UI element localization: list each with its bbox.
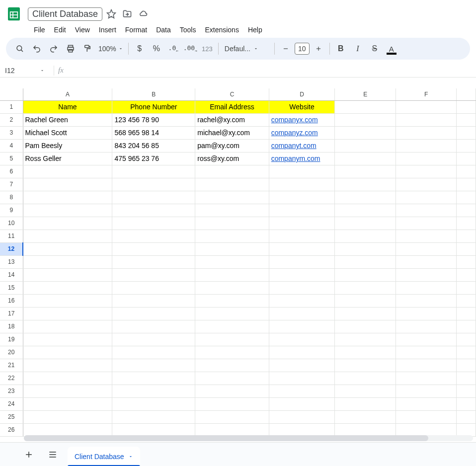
row-header[interactable]: 26 [0, 423, 23, 436]
row-header[interactable]: 13 [0, 255, 23, 268]
cell[interactable] [23, 320, 112, 333]
cell[interactable] [396, 385, 456, 397]
cell[interactable] [335, 126, 396, 139]
cell[interactable] [335, 191, 396, 204]
row-header[interactable]: 5 [0, 152, 23, 165]
cell[interactable] [195, 397, 269, 410]
cell[interactable] [396, 100, 456, 113]
percent-icon[interactable]: % [149, 41, 164, 56]
cell[interactable] [23, 268, 112, 281]
cell[interactable]: Email Address [195, 100, 269, 113]
cell[interactable] [457, 346, 476, 359]
cell[interactable] [269, 372, 335, 385]
column-header[interactable]: A [23, 88, 112, 100]
paint-format-icon[interactable] [79, 41, 95, 56]
cell[interactable] [335, 152, 396, 165]
cell[interactable] [396, 359, 456, 372]
row-header[interactable]: 9 [0, 204, 23, 217]
cell[interactable] [269, 397, 335, 410]
row-header[interactable]: 1 [0, 100, 23, 113]
cell[interactable] [23, 346, 112, 359]
cell[interactable] [112, 230, 195, 242]
cell[interactable]: companym.com [269, 152, 335, 165]
cell[interactable] [195, 359, 269, 372]
sheets-logo[interactable] [4, 4, 24, 24]
cell[interactable] [23, 372, 112, 385]
cell[interactable]: Pam Beesly [23, 139, 112, 152]
print-icon[interactable] [63, 41, 79, 56]
cell[interactable] [23, 359, 112, 372]
cell[interactable] [269, 165, 335, 178]
move-icon[interactable] [122, 9, 132, 19]
cell[interactable] [335, 281, 396, 294]
cell[interactable]: Website [269, 100, 335, 113]
cell[interactable] [269, 385, 335, 397]
cell[interactable] [335, 385, 396, 397]
sheet-tab-active[interactable]: Client Database [68, 447, 140, 466]
cell[interactable] [335, 204, 396, 217]
cell[interactable]: 475 965 23 76 [112, 152, 195, 165]
decrease-font-size-icon[interactable] [278, 41, 294, 56]
row-header[interactable]: 19 [0, 333, 23, 346]
cell[interactable] [396, 126, 456, 139]
cell[interactable] [23, 385, 112, 397]
cell[interactable] [195, 191, 269, 204]
cell[interactable] [335, 333, 396, 346]
cell[interactable] [195, 423, 269, 436]
cell[interactable] [457, 372, 476, 385]
cell[interactable] [23, 217, 112, 230]
row-header[interactable]: 10 [0, 217, 23, 230]
cell[interactable] [269, 191, 335, 204]
cell[interactable] [457, 333, 476, 346]
cell[interactable] [23, 242, 112, 255]
row-header[interactable]: 15 [0, 281, 23, 294]
cell[interactable] [269, 410, 335, 423]
cell[interactable] [112, 307, 195, 320]
cell[interactable] [195, 281, 269, 294]
cell[interactable] [269, 281, 335, 294]
cell[interactable] [269, 359, 335, 372]
row-header[interactable]: 14 [0, 268, 23, 281]
cell[interactable] [195, 255, 269, 268]
cell[interactable] [269, 423, 335, 436]
cell[interactable] [396, 152, 456, 165]
cell[interactable] [335, 242, 396, 255]
cell[interactable] [335, 410, 396, 423]
cell[interactable] [457, 165, 476, 178]
cell[interactable] [396, 178, 456, 191]
cell[interactable] [457, 113, 476, 126]
cell[interactable] [23, 204, 112, 217]
cell[interactable] [457, 359, 476, 372]
formula-input[interactable] [68, 64, 476, 77]
row-header[interactable]: 11 [0, 230, 23, 242]
menu-file[interactable]: File [30, 24, 49, 36]
row-header[interactable]: 4 [0, 139, 23, 152]
cell[interactable] [457, 320, 476, 333]
cell[interactable] [335, 320, 396, 333]
row-header[interactable]: 22 [0, 372, 23, 385]
menu-insert[interactable]: Insert [95, 24, 120, 36]
cell[interactable] [112, 359, 195, 372]
increase-font-size-icon[interactable] [311, 41, 326, 56]
cell[interactable] [269, 204, 335, 217]
cell[interactable] [23, 191, 112, 204]
cell[interactable] [396, 242, 456, 255]
cell[interactable] [195, 385, 269, 397]
cell[interactable]: Ross Geller [23, 152, 112, 165]
cell[interactable] [457, 178, 476, 191]
cell[interactable] [269, 242, 335, 255]
select-all-corner[interactable] [0, 88, 23, 100]
cell[interactable] [269, 178, 335, 191]
cell[interactable] [396, 320, 456, 333]
cell[interactable]: Michael Scott [23, 126, 112, 139]
cell[interactable] [23, 178, 112, 191]
cell[interactable]: companyz.com [269, 126, 335, 139]
cell[interactable] [335, 113, 396, 126]
cell[interactable] [23, 423, 112, 436]
column-header[interactable]: B [112, 88, 195, 100]
cell[interactable] [112, 268, 195, 281]
menu-help[interactable]: Help [244, 24, 266, 36]
spreadsheet-grid[interactable]: ABCDEF1NamePhone NumberEmail AddressWebs… [0, 88, 476, 442]
cell[interactable] [195, 230, 269, 242]
currency-icon[interactable]: $ [132, 41, 148, 56]
